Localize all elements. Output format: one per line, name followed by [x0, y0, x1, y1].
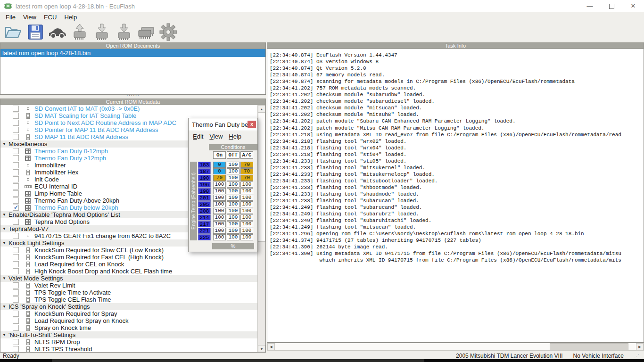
- scroll-down-icon[interactable]: ▼: [258, 345, 265, 352]
- checkbox[interactable]: [13, 205, 19, 211]
- table-cell[interactable]: 100: [213, 195, 226, 201]
- checkbox[interactable]: [13, 318, 19, 324]
- table-cell[interactable]: 0: [213, 162, 226, 168]
- scroll-left-icon[interactable]: ◀: [267, 343, 275, 350]
- checkbox[interactable]: [13, 169, 19, 175]
- tree-item[interactable]: NLTS RPM Drop: [0, 338, 258, 346]
- table-cell[interactable]: 100: [240, 214, 253, 221]
- read-memory-button[interactable]: [136, 23, 157, 41]
- open-rom-button[interactable]: [3, 23, 24, 41]
- panel-splitter[interactable]: [0, 95, 266, 99]
- tree-item[interactable]: SD Convert IAT to MAT (0x03 -> 0x0E): [0, 105, 258, 112]
- table-cell[interactable]: 70: [240, 162, 253, 168]
- row-header[interactable]: 187: [198, 168, 211, 174]
- tree-category[interactable]: ▼ICS 'Spray on Knock' Settings: [0, 303, 258, 310]
- table-cell[interactable]: 70: [213, 175, 226, 181]
- tree-item[interactable]: Load Required for CEL on Knock: [0, 261, 258, 268]
- checkbox[interactable]: [13, 106, 19, 112]
- table-cell[interactable]: 100: [227, 208, 239, 214]
- resize-grip[interactable]: ⋰: [634, 354, 639, 358]
- checkbox[interactable]: [13, 233, 19, 239]
- table-cell[interactable]: 100: [227, 234, 239, 240]
- scroll-right-icon[interactable]: ▶: [636, 343, 644, 350]
- table-cell[interactable]: 100: [240, 188, 253, 194]
- checkbox[interactable]: [13, 120, 19, 126]
- checkbox[interactable]: [13, 155, 19, 161]
- menu-view[interactable]: View: [19, 13, 40, 21]
- checkbox[interactable]: [13, 346, 19, 352]
- tree-item[interactable]: High Knock Boost Drop and Knock CEL Flas…: [0, 268, 258, 275]
- tree-item[interactable]: NLTS TPS Threshold: [0, 346, 258, 352]
- checkbox[interactable]: [13, 162, 19, 168]
- table-cell[interactable]: 100: [213, 208, 226, 214]
- checkbox[interactable]: [13, 311, 19, 317]
- table-cell[interactable]: 100: [240, 221, 253, 227]
- row-header[interactable]: 205: [198, 201, 211, 207]
- row-header[interactable]: 190: [198, 175, 211, 181]
- table-cell[interactable]: 100: [227, 201, 239, 207]
- checkbox[interactable]: [13, 148, 19, 154]
- checkbox[interactable]: [13, 268, 19, 274]
- table-cell[interactable]: 100: [213, 188, 226, 194]
- table-cell[interactable]: 100: [213, 221, 226, 227]
- table-cell[interactable]: 100: [213, 234, 226, 240]
- checkbox[interactable]: [13, 113, 19, 119]
- checkbox[interactable]: [13, 219, 19, 225]
- checkbox[interactable]: [13, 247, 19, 253]
- dialog-close-button[interactable]: x: [248, 121, 256, 128]
- row-header[interactable]: 214: [198, 214, 211, 221]
- row-header[interactable]: 221: [198, 228, 211, 234]
- row-header[interactable]: 208: [198, 208, 211, 214]
- maximize-button[interactable]: [601, 0, 622, 12]
- checkbox[interactable]: [13, 296, 19, 303]
- minimize-button[interactable]: —: [579, 0, 601, 12]
- collapse-arrow-icon[interactable]: ▼: [2, 304, 8, 309]
- vehicle-info-button[interactable]: [47, 23, 68, 41]
- collapse-arrow-icon[interactable]: ▼: [2, 213, 8, 217]
- table-cell[interactable]: 100: [213, 228, 226, 234]
- table-cell[interactable]: 100: [227, 175, 239, 181]
- table-cell[interactable]: 100: [227, 195, 239, 201]
- save-rom-button[interactable]: [25, 23, 46, 41]
- collapse-arrow-icon[interactable]: ▼: [2, 333, 8, 337]
- checkbox[interactable]: [13, 197, 19, 204]
- read-from-ecu-button[interactable]: [69, 23, 90, 41]
- checkbox[interactable]: [13, 282, 19, 288]
- table-cell[interactable]: 100: [227, 168, 239, 174]
- tree-category[interactable]: ▼'No-Lift-To-Shift' Settings: [0, 331, 258, 338]
- tree-item[interactable]: Valet Rev Limit: [0, 282, 258, 289]
- write-to-ecu-button[interactable]: [91, 23, 112, 41]
- row-header[interactable]: 196: [198, 181, 211, 188]
- tree-item[interactable]: KnockSum Required for Spray: [0, 310, 258, 317]
- table-cell[interactable]: 100: [227, 221, 239, 227]
- table-cell[interactable]: 100: [227, 214, 239, 221]
- tree-item[interactable]: KnockSum Required for Fast CEL (High Kno…: [0, 254, 258, 261]
- menu-ecu[interactable]: ECU: [40, 13, 60, 21]
- close-button[interactable]: ✕: [622, 0, 644, 12]
- table-cell[interactable]: 100: [213, 201, 226, 207]
- tree-item[interactable]: TPS Toggle Time to Activate: [0, 289, 258, 296]
- table-cell[interactable]: 100: [240, 208, 253, 214]
- table-cell[interactable]: 100: [240, 181, 253, 188]
- dialog-menu-help[interactable]: Help: [229, 133, 241, 140]
- tree-item[interactable]: Load Required for Spray on Knock: [0, 317, 258, 324]
- row-header[interactable]: 225: [198, 234, 211, 240]
- tree-item[interactable]: TPS Toggle CEL Flash Time: [0, 296, 258, 303]
- row-header[interactable]: 183: [198, 162, 211, 168]
- checkbox[interactable]: [13, 183, 19, 189]
- dialog-title-bar[interactable]: Thermo Fan Duty bel... x: [189, 118, 257, 131]
- dialog-menu-edit[interactable]: Edit: [193, 133, 203, 140]
- table-cell[interactable]: 100: [227, 228, 239, 234]
- checkbox[interactable]: [13, 134, 19, 140]
- menu-help[interactable]: Help: [60, 13, 81, 21]
- table-cell[interactable]: 100: [240, 228, 253, 234]
- table-cell[interactable]: 100: [240, 234, 253, 240]
- checkbox[interactable]: [13, 127, 19, 133]
- collapse-arrow-icon[interactable]: ▼: [2, 142, 8, 146]
- table-cell[interactable]: 100: [240, 195, 253, 201]
- rom-document-item[interactable]: latest rom open loop 4-28-18.bin: [0, 49, 265, 57]
- tree-scrollbar[interactable]: ▲ ▼: [257, 105, 265, 352]
- checkbox[interactable]: [13, 289, 19, 296]
- table-cell[interactable]: 100: [227, 162, 239, 168]
- column-header[interactable]: Off: [227, 151, 239, 159]
